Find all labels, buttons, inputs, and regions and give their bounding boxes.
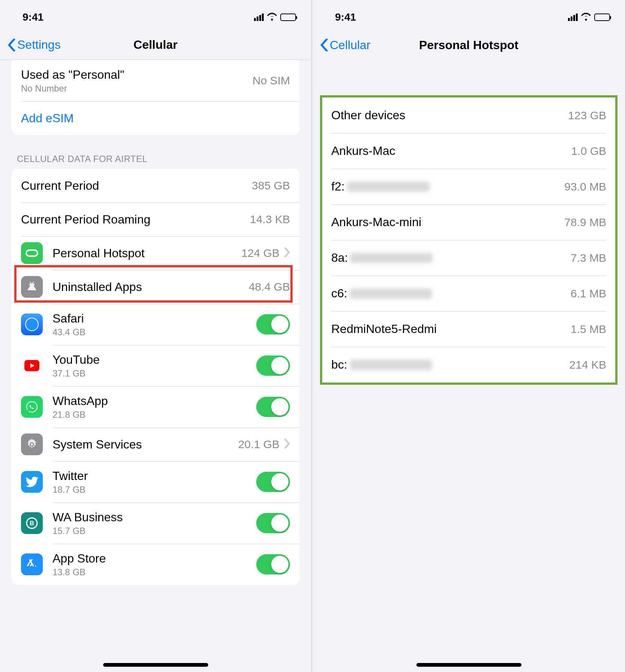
chevron-left-icon bbox=[8, 39, 16, 51]
wifi-icon bbox=[581, 11, 591, 23]
device-value: 6.1 MB bbox=[571, 287, 606, 300]
row-label: Uninstalled Apps bbox=[53, 280, 142, 294]
device-name: Ankurs-Mac bbox=[331, 144, 571, 158]
row-sub: 21.8 GB bbox=[53, 410, 256, 420]
device-value: 93.0 MB bbox=[564, 180, 606, 193]
device-value: 7.3 MB bbox=[571, 252, 606, 264]
row-label: WA Business bbox=[53, 510, 256, 524]
row-value: 124 GB bbox=[241, 247, 279, 260]
sim-group: Used as "Personal" No Number No SIM Add … bbox=[11, 60, 300, 135]
wa-business-row[interactable]: B WA Business 15.7 GB bbox=[11, 502, 300, 544]
row-label: WhatsApp bbox=[53, 394, 256, 408]
home-indicator[interactable] bbox=[416, 663, 521, 667]
device-row[interactable]: RedmiNote5-Redmi1.5 MB bbox=[320, 311, 617, 347]
redacted-text bbox=[350, 360, 432, 370]
twitter-row[interactable]: Twitter 18.7 GB bbox=[11, 461, 300, 502]
device-row[interactable]: 8a:7.3 MB bbox=[320, 240, 617, 276]
device-name: RedmiNote5-Redmi bbox=[331, 322, 571, 336]
page-title: Personal Hotspot bbox=[419, 38, 518, 52]
current-period-roaming-row[interactable]: Current Period Roaming 14.3 KB bbox=[11, 202, 300, 236]
chevron-right-icon bbox=[284, 248, 290, 259]
device-row[interactable]: bc:214 KB bbox=[320, 347, 617, 382]
sim-row[interactable]: Used as "Personal" No Number No SIM bbox=[11, 60, 300, 101]
device-row[interactable]: Ankurs-Mac1.0 GB bbox=[320, 133, 617, 169]
uninstalled-apps-row[interactable]: Uninstalled Apps 48.4 GB bbox=[11, 270, 300, 304]
row-label: System Services bbox=[53, 438, 142, 452]
row-label: Personal Hotspot bbox=[53, 246, 144, 260]
battery-icon bbox=[280, 14, 296, 21]
row-label: YouTube bbox=[53, 353, 256, 367]
youtube-row[interactable]: YouTube 37.1 GB bbox=[11, 345, 300, 386]
system-services-row[interactable]: System Services 20.1 GB bbox=[11, 428, 300, 461]
status-bar: 9:41 bbox=[312, 0, 625, 30]
gear-icon bbox=[21, 434, 43, 455]
safari-row[interactable]: Safari 43.4 GB bbox=[11, 304, 300, 345]
add-esim-label: Add eSIM bbox=[21, 111, 74, 125]
whatsapp-business-icon: B bbox=[21, 512, 43, 534]
sim-no-number: No Number bbox=[21, 83, 252, 94]
status-bar: 9:41 bbox=[0, 0, 311, 30]
row-value: 20.1 GB bbox=[238, 438, 279, 451]
back-button[interactable]: Settings bbox=[8, 38, 61, 52]
wa-business-toggle[interactable] bbox=[256, 513, 290, 533]
row-label: App Store bbox=[53, 552, 256, 566]
svg-text:B: B bbox=[30, 520, 34, 526]
current-period-row[interactable]: Current Period 385 GB bbox=[11, 169, 300, 202]
device-row[interactable]: Ankurs-Mac-mini78.9 MB bbox=[320, 204, 617, 240]
row-sub: 43.4 GB bbox=[53, 327, 256, 338]
status-time: 9:41 bbox=[23, 11, 44, 23]
battery-icon bbox=[594, 14, 610, 21]
personal-hotspot-icon bbox=[21, 242, 43, 264]
twitter-icon bbox=[21, 471, 43, 493]
row-sub: 37.1 GB bbox=[53, 368, 256, 379]
row-label: Safari bbox=[53, 312, 256, 326]
device-row[interactable]: c6:6.1 MB bbox=[320, 276, 617, 311]
whatsapp-row[interactable]: WhatsApp 21.8 GB bbox=[11, 386, 300, 428]
app-store-row[interactable]: App Store 13.8 GB bbox=[11, 544, 300, 585]
personal-hotspot-screen: 9:41 Cellular Personal Hotspot Other dev… bbox=[312, 0, 625, 672]
sim-status: No SIM bbox=[252, 74, 290, 87]
device-name: Ankurs-Mac-mini bbox=[331, 215, 564, 229]
section-header: CELLULAR DATA FOR AIRTEL bbox=[0, 135, 311, 169]
row-label: Twitter bbox=[53, 469, 256, 483]
app-store-toggle[interactable] bbox=[256, 554, 290, 574]
row-label: Current Period bbox=[21, 179, 99, 193]
row-label: Current Period Roaming bbox=[21, 213, 150, 226]
svg-point-6 bbox=[31, 443, 33, 446]
device-name: c6: bbox=[331, 286, 571, 300]
device-name: 8a: bbox=[331, 251, 571, 265]
row-value: 48.4 GB bbox=[249, 280, 290, 293]
device-value: 123 GB bbox=[568, 109, 606, 122]
device-row[interactable]: f2:93.0 MB bbox=[320, 169, 617, 204]
youtube-toggle[interactable] bbox=[256, 356, 290, 376]
row-value: 14.3 KB bbox=[250, 213, 290, 226]
device-name: f2: bbox=[331, 180, 564, 194]
data-usage-list: Current Period 385 GB Current Period Roa… bbox=[11, 169, 300, 585]
device-row[interactable]: Other devices123 GB bbox=[320, 98, 617, 133]
status-indicators bbox=[568, 11, 610, 23]
status-indicators bbox=[254, 11, 296, 23]
page-title: Cellular bbox=[134, 38, 177, 52]
twitter-toggle[interactable] bbox=[256, 472, 290, 492]
svg-point-1 bbox=[26, 318, 38, 330]
cellular-signal-icon bbox=[568, 14, 578, 21]
personal-hotspot-row[interactable]: Personal Hotspot 124 GB bbox=[11, 236, 300, 270]
app-store-icon bbox=[21, 554, 43, 575]
row-sub: 15.7 GB bbox=[53, 526, 256, 536]
wifi-icon bbox=[267, 11, 277, 23]
chevron-left-icon bbox=[320, 39, 328, 51]
device-value: 78.9 MB bbox=[564, 216, 606, 229]
device-value: 1.0 GB bbox=[571, 145, 606, 158]
safari-toggle[interactable] bbox=[256, 314, 290, 334]
youtube-icon bbox=[21, 355, 43, 376]
whatsapp-toggle[interactable] bbox=[256, 397, 290, 417]
add-esim-button[interactable]: Add eSIM bbox=[11, 101, 300, 135]
device-name: Other devices bbox=[331, 108, 568, 122]
redacted-text bbox=[347, 182, 430, 192]
whatsapp-icon bbox=[21, 396, 43, 418]
back-button[interactable]: Cellular bbox=[320, 38, 370, 52]
home-indicator[interactable] bbox=[103, 663, 208, 667]
back-label: Cellular bbox=[330, 38, 370, 52]
nav-bar: Settings Cellular bbox=[0, 30, 311, 60]
cellular-signal-icon bbox=[254, 14, 264, 21]
